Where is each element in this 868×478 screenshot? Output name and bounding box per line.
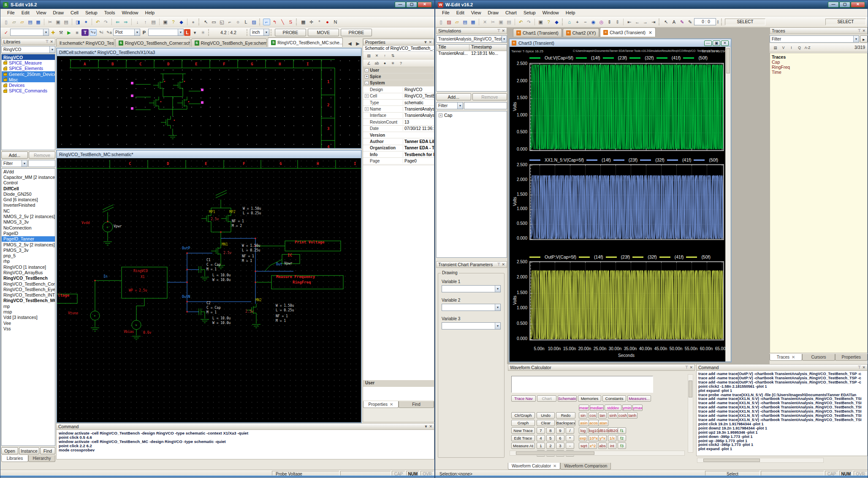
tab-ringvco-testbench-mc-sche-[interactable]: SRingVCO_TestBench_MC:sche...✕ <box>268 38 343 47</box>
command-log[interactable]: window activate -cell RingVCO_TestBench … <box>56 430 434 459</box>
sort-icon[interactable]: ⇅ <box>389 52 396 59</box>
print-icon[interactable]: ▣ <box>162 19 169 25</box>
probe-pen-a-icon[interactable]: ✎a <box>106 29 113 36</box>
menu-help[interactable]: Help <box>562 9 579 16</box>
select-cursor-icon[interactable]: ↖ <box>662 19 670 25</box>
property-row[interactable]: -User <box>363 67 434 73</box>
help2-icon[interactable]: ? <box>397 60 404 67</box>
tab-chart2-xy-[interactable]: ≈Chart2 (XY) <box>563 28 599 37</box>
tab-ringvco-testbench-corner-sche-[interactable]: SRingVCO_TestBench_Corner:sche... <box>115 38 190 47</box>
dock-tab-hierarchy[interactable]: Hierarchy <box>28 455 55 462</box>
calc-button-measures-[interactable]: Measures... <box>627 395 651 402</box>
traces-filter-select[interactable]: Filter▼ <box>770 35 859 43</box>
cell-filter-input[interactable] <box>28 160 55 167</box>
select-prop-icon[interactable]: ▧ <box>365 52 372 59</box>
calc-button-db10[interactable]: dB10 <box>598 427 608 434</box>
tspice-icon[interactable]: T <box>81 29 89 36</box>
menu-file[interactable]: File <box>439 9 453 16</box>
menu-setup[interactable]: Setup <box>520 9 539 16</box>
view-design-icon[interactable]: ◨ <box>74 19 81 25</box>
calc-button-6[interactable]: 6 <box>556 435 564 441</box>
plot-combo[interactable]: Plot▼ <box>113 29 140 36</box>
open-cell-button[interactable]: Open <box>1 447 18 454</box>
variable-combo[interactable]: ▼ <box>442 285 501 292</box>
calc-button-edit-trace[interactable]: Edit Trace <box>511 435 535 441</box>
calc-button-db20[interactable]: dB20 <box>608 427 618 434</box>
calc-button-measure-at[interactable]: Measure At <box>511 443 535 449</box>
close-icon[interactable]: ✕ <box>502 262 505 267</box>
save-icon[interactable]: ▤ <box>27 19 34 25</box>
traces-tab-cursors[interactable]: Cursors <box>802 354 835 361</box>
sort-az-icon[interactable]: A-Z <box>804 44 811 51</box>
open-icon[interactable]: ▱ <box>19 19 26 25</box>
list-icon[interactable]: ▤ <box>772 44 779 51</box>
menu-down-icon[interactable]: ▼ <box>424 424 428 429</box>
probe-pen-v-icon[interactable]: ✎v <box>90 29 97 36</box>
minimize-button[interactable]: — <box>828 2 839 8</box>
calc-button-graph[interactable]: Graph <box>511 420 535 426</box>
probe-dot-icon[interactable]: ● <box>324 19 331 25</box>
home-view-icon[interactable]: ⌂ <box>566 19 573 25</box>
calc-button-cos[interactable]: cos <box>589 412 597 419</box>
properties-user-section[interactable]: User <box>363 380 434 387</box>
cell-item[interactable]: Diode_GN250 <box>2 191 55 197</box>
calc-button-schematic[interactable]: Schematic <box>558 395 577 402</box>
close-button[interactable]: ✕ <box>418 2 432 8</box>
save-icon[interactable]: ▤ <box>461 19 469 25</box>
paste-icon[interactable]: ▤ <box>505 19 513 25</box>
child-minimize-button[interactable]: — <box>704 41 712 46</box>
tab-ll-schematic-ringvco-test-[interactable]: ll:schematic* RingVCO_Test... <box>56 38 114 47</box>
calc-button-clr-graph[interactable]: Clr/Graph <box>511 412 535 419</box>
library-item[interactable]: SPICE_Commands <box>2 88 55 94</box>
calc-button-4[interactable]: 4 <box>537 435 545 441</box>
property-row[interactable]: PagePage0 <box>363 158 434 164</box>
pin-icon[interactable]: ⊤ <box>858 365 861 370</box>
cell-item[interactable]: RingVCO_TestBench_Corner <box>2 281 55 286</box>
pan-left-icon[interactable]: ← <box>634 19 641 25</box>
trace-pen-2-icon[interactable]: ✎ <box>686 19 694 25</box>
calc-button-stddev[interactable]: stddev <box>605 405 621 411</box>
menu-chart[interactable]: Chart <box>502 9 520 16</box>
spinner[interactable]: ▲▼ <box>717 20 719 24</box>
cell-item[interactable]: PMOS_3_3v <box>2 247 55 253</box>
label-tool-arrow-icon[interactable]: ▾ <box>191 29 198 36</box>
calc-button-8[interactable]: 8 <box>546 427 555 434</box>
calc-button-constants-[interactable]: Constants ▼ <box>602 395 626 402</box>
trace-filter-select[interactable]: Filter▼ <box>436 102 463 109</box>
menu-view[interactable]: View <box>33 9 50 16</box>
child-restore-button[interactable]: ▣ <box>713 41 720 46</box>
zoom-box-icon[interactable]: ◉ <box>590 19 597 25</box>
property-row[interactable]: +CellRingVCO_TestBer <box>363 93 434 100</box>
close-icon[interactable]: ✕ <box>862 365 865 370</box>
calc-button-10-x[interactable]: 10^x <box>589 435 599 441</box>
library-item[interactable]: RingVCO <box>2 54 55 60</box>
cell-item[interactable]: NC <box>2 208 55 213</box>
calc-button-tan[interactable]: tan <box>598 412 607 419</box>
move-mode-button[interactable]: MOVE <box>308 29 339 36</box>
book-icon[interactable]: ◆ <box>553 19 560 25</box>
draw-rect-icon[interactable]: ▭ <box>210 19 217 25</box>
menu-cell[interactable]: Cell <box>67 9 82 16</box>
record-icon[interactable]: ● <box>190 19 197 25</box>
draw-wire-corner-icon[interactable]: ↰ <box>271 19 278 25</box>
schematic1-titlebar[interactable]: DiffCell:schematic* RingVCO_TestBench/X1… <box>57 49 361 56</box>
calc-button-2[interactable]: 2 <box>546 443 555 449</box>
calc-button-new-trace[interactable]: New Trace <box>511 427 535 434</box>
current-icon[interactable]: I <box>788 44 795 51</box>
calc-button--[interactable]: - <box>566 443 574 449</box>
chart-canvas-area[interactable]: Tanner T-Spice 16.25 C:\Users\tnagesh\Do… <box>510 47 731 362</box>
dock-tab-libraries[interactable]: Libraries <box>1 455 28 462</box>
schematic2-canvas[interactable]: CDEFGHI+++VvddVpwrInRingVCOX1WP = 2.5uVt… <box>57 158 361 422</box>
help-icon[interactable]: ? <box>170 19 177 25</box>
cell-item[interactable]: Vdd [3 instances] <box>2 315 55 320</box>
menu-edit[interactable]: Edit <box>18 9 33 16</box>
pop-up-icon[interactable]: ↑ <box>142 19 149 25</box>
menu-window[interactable]: Window <box>539 9 562 16</box>
setup-tools-icon[interactable]: ⚒ <box>57 29 65 36</box>
calc-button-mean[interactable]: mean <box>579 405 589 411</box>
traces-filter-apply-button[interactable]: ▸ <box>860 35 868 43</box>
stop-simulation-icon[interactable]: ■ <box>73 29 81 36</box>
menu-tools[interactable]: Tools <box>101 9 119 16</box>
property-row[interactable]: InterfaceTransientAnalysis <box>363 113 434 119</box>
calc-button-sinh[interactable]: sinh <box>608 412 618 419</box>
